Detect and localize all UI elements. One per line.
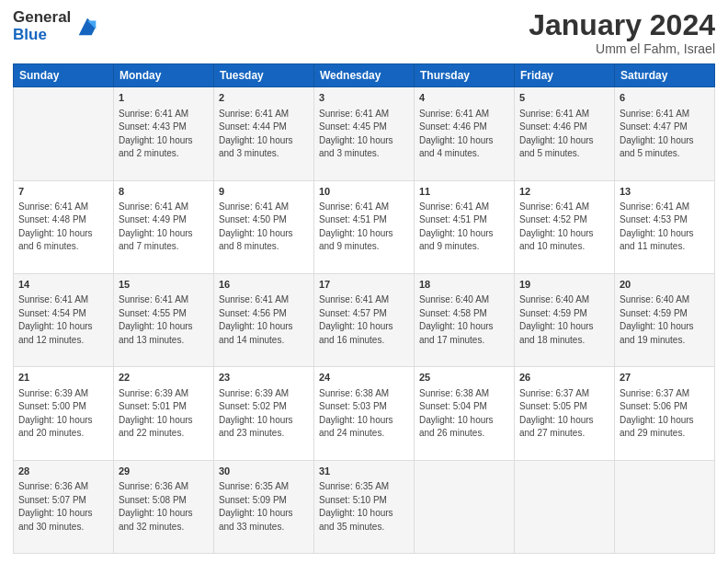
day-number: 22 <box>119 371 209 385</box>
day-number: 18 <box>419 278 509 292</box>
day-number: 5 <box>519 91 609 105</box>
day-info: Sunrise: 6:41 AMSunset: 4:46 PMDaylight:… <box>519 108 609 161</box>
day-info: Sunrise: 6:41 AMSunset: 4:55 PMDaylight:… <box>119 293 209 347</box>
day-number: 29 <box>119 465 209 478</box>
weekday-header-sunday: Sunday <box>14 64 114 87</box>
day-info: Sunrise: 6:37 AMSunset: 5:05 PMDaylight:… <box>519 387 609 441</box>
calendar-cell: 14Sunrise: 6:41 AMSunset: 4:54 PMDayligh… <box>14 273 114 366</box>
day-info: Sunrise: 6:41 AMSunset: 4:43 PMDaylight:… <box>119 108 209 161</box>
day-number: 15 <box>119 278 209 292</box>
day-number: 31 <box>319 465 409 478</box>
calendar-cell: 18Sunrise: 6:40 AMSunset: 4:58 PMDayligh… <box>415 273 515 366</box>
calendar-week-row: 28Sunrise: 6:36 AMSunset: 5:07 PMDayligh… <box>14 460 715 553</box>
calendar-cell: 6Sunrise: 6:41 AMSunset: 4:47 PMDaylight… <box>615 87 715 180</box>
day-number: 25 <box>419 371 509 385</box>
day-info: Sunrise: 6:41 AMSunset: 4:51 PMDaylight:… <box>319 201 409 254</box>
calendar-cell: 9Sunrise: 6:41 AMSunset: 4:50 PMDaylight… <box>214 180 314 273</box>
day-info: Sunrise: 6:36 AMSunset: 5:08 PMDaylight:… <box>119 480 209 534</box>
day-info: Sunrise: 6:41 AMSunset: 4:46 PMDaylight:… <box>419 108 509 161</box>
calendar-week-row: 7Sunrise: 6:41 AMSunset: 4:48 PMDaylight… <box>14 180 715 273</box>
day-info: Sunrise: 6:41 AMSunset: 4:56 PMDaylight:… <box>219 293 309 347</box>
day-number: 27 <box>620 371 710 385</box>
day-number: 30 <box>219 465 309 478</box>
day-info: Sunrise: 6:41 AMSunset: 4:48 PMDaylight:… <box>18 201 108 254</box>
day-info: Sunrise: 6:41 AMSunset: 4:52 PMDaylight:… <box>519 201 609 254</box>
calendar-week-row: 14Sunrise: 6:41 AMSunset: 4:54 PMDayligh… <box>14 273 715 366</box>
calendar-cell <box>615 460 715 553</box>
day-number: 19 <box>519 278 609 292</box>
logo-blue-text: Blue <box>13 27 71 44</box>
day-number: 2 <box>219 91 309 105</box>
day-number: 24 <box>319 371 409 385</box>
calendar-page: General Blue January 2024 Umm el Fahm, I… <box>0 0 728 563</box>
title-block: January 2024 Umm el Fahm, Israel <box>529 9 715 56</box>
logo-text: General Blue <box>13 9 71 43</box>
calendar-cell: 13Sunrise: 6:41 AMSunset: 4:53 PMDayligh… <box>615 180 715 273</box>
day-info: Sunrise: 6:40 AMSunset: 4:58 PMDaylight:… <box>419 293 509 347</box>
day-number: 12 <box>519 185 609 199</box>
calendar-cell: 21Sunrise: 6:39 AMSunset: 5:00 PMDayligh… <box>14 367 114 460</box>
calendar-week-row: 1Sunrise: 6:41 AMSunset: 4:43 PMDaylight… <box>14 87 715 180</box>
day-number: 4 <box>419 91 509 105</box>
calendar-cell: 8Sunrise: 6:41 AMSunset: 4:49 PMDaylight… <box>114 180 214 273</box>
calendar-cell: 20Sunrise: 6:40 AMSunset: 4:59 PMDayligh… <box>615 273 715 366</box>
weekday-header-saturday: Saturday <box>615 64 715 87</box>
header: General Blue January 2024 Umm el Fahm, I… <box>13 9 715 56</box>
day-info: Sunrise: 6:40 AMSunset: 4:59 PMDaylight:… <box>519 293 609 347</box>
day-number: 11 <box>419 185 509 199</box>
day-number: 9 <box>219 185 309 199</box>
calendar-cell: 22Sunrise: 6:39 AMSunset: 5:01 PMDayligh… <box>114 367 214 460</box>
calendar-cell: 2Sunrise: 6:41 AMSunset: 4:44 PMDaylight… <box>214 87 314 180</box>
day-info: Sunrise: 6:35 AMSunset: 5:09 PMDaylight:… <box>219 480 309 534</box>
calendar-cell: 5Sunrise: 6:41 AMSunset: 4:46 PMDaylight… <box>515 87 615 180</box>
day-number: 10 <box>319 185 409 199</box>
calendar-cell: 31Sunrise: 6:35 AMSunset: 5:10 PMDayligh… <box>314 460 415 553</box>
calendar-cell: 17Sunrise: 6:41 AMSunset: 4:57 PMDayligh… <box>314 273 415 366</box>
day-info: Sunrise: 6:37 AMSunset: 5:06 PMDaylight:… <box>620 387 710 441</box>
day-number: 17 <box>319 278 409 292</box>
calendar-cell: 25Sunrise: 6:38 AMSunset: 5:04 PMDayligh… <box>415 367 515 460</box>
weekday-header-thursday: Thursday <box>415 64 515 87</box>
day-info: Sunrise: 6:41 AMSunset: 4:51 PMDaylight:… <box>419 201 509 254</box>
day-number: 13 <box>620 185 710 199</box>
calendar-cell: 26Sunrise: 6:37 AMSunset: 5:05 PMDayligh… <box>515 367 615 460</box>
calendar-cell: 30Sunrise: 6:35 AMSunset: 5:09 PMDayligh… <box>214 460 314 553</box>
weekday-header-friday: Friday <box>515 64 615 87</box>
day-number: 16 <box>219 278 309 292</box>
weekday-header-tuesday: Tuesday <box>214 64 314 87</box>
day-info: Sunrise: 6:41 AMSunset: 4:49 PMDaylight:… <box>119 201 209 254</box>
day-info: Sunrise: 6:38 AMSunset: 5:04 PMDaylight:… <box>419 387 509 441</box>
day-number: 8 <box>119 185 209 199</box>
day-info: Sunrise: 6:41 AMSunset: 4:57 PMDaylight:… <box>319 293 409 347</box>
day-info: Sunrise: 6:36 AMSunset: 5:07 PMDaylight:… <box>18 480 108 534</box>
calendar-cell: 29Sunrise: 6:36 AMSunset: 5:08 PMDayligh… <box>114 460 214 553</box>
day-number: 23 <box>219 371 309 385</box>
day-info: Sunrise: 6:41 AMSunset: 4:54 PMDaylight:… <box>18 293 108 347</box>
page-subtitle: Umm el Fahm, Israel <box>529 41 715 56</box>
day-info: Sunrise: 6:41 AMSunset: 4:47 PMDaylight:… <box>620 108 710 161</box>
logo-icon <box>74 14 100 40</box>
day-info: Sunrise: 6:39 AMSunset: 5:02 PMDaylight:… <box>219 387 309 441</box>
day-number: 26 <box>519 371 609 385</box>
calendar-cell: 1Sunrise: 6:41 AMSunset: 4:43 PMDaylight… <box>114 87 214 180</box>
calendar-cell: 10Sunrise: 6:41 AMSunset: 4:51 PMDayligh… <box>314 180 415 273</box>
calendar-cell: 28Sunrise: 6:36 AMSunset: 5:07 PMDayligh… <box>14 460 114 553</box>
calendar-cell: 27Sunrise: 6:37 AMSunset: 5:06 PMDayligh… <box>615 367 715 460</box>
day-info: Sunrise: 6:41 AMSunset: 4:44 PMDaylight:… <box>219 108 309 161</box>
day-number: 20 <box>620 278 710 292</box>
day-number: 1 <box>119 91 209 105</box>
calendar-cell: 16Sunrise: 6:41 AMSunset: 4:56 PMDayligh… <box>214 273 314 366</box>
weekday-header-monday: Monday <box>114 64 214 87</box>
logo-general-text: General <box>13 9 71 27</box>
calendar-cell: 15Sunrise: 6:41 AMSunset: 4:55 PMDayligh… <box>114 273 214 366</box>
weekday-header-row: SundayMondayTuesdayWednesdayThursdayFrid… <box>14 64 715 87</box>
calendar-cell <box>515 460 615 553</box>
day-number: 7 <box>18 185 108 199</box>
day-number: 21 <box>18 371 108 385</box>
calendar-week-row: 21Sunrise: 6:39 AMSunset: 5:00 PMDayligh… <box>14 367 715 460</box>
day-number: 6 <box>620 91 710 105</box>
calendar-cell <box>14 87 114 180</box>
day-info: Sunrise: 6:41 AMSunset: 4:53 PMDaylight:… <box>620 201 710 254</box>
calendar-cell: 24Sunrise: 6:38 AMSunset: 5:03 PMDayligh… <box>314 367 415 460</box>
calendar-cell <box>415 460 515 553</box>
